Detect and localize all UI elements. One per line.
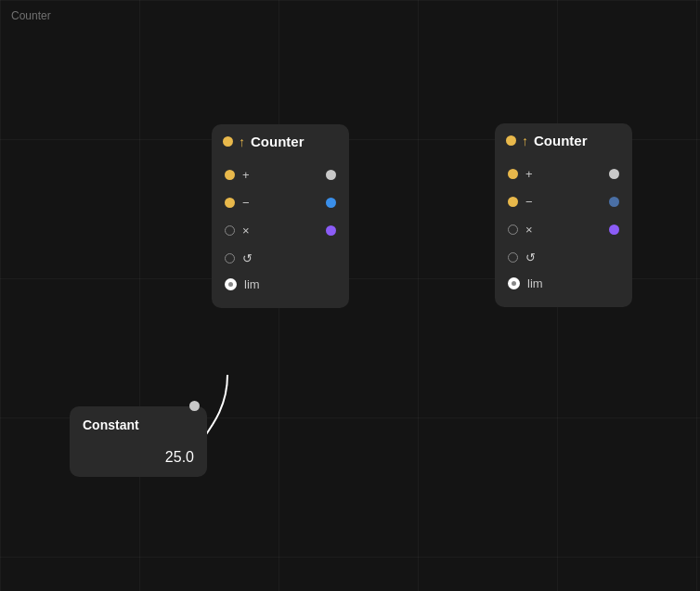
counter-node-1-title: Counter — [251, 134, 305, 149]
counter-node-2-row-minus: − — [495, 187, 632, 215]
lim-label-2: lim — [527, 276, 543, 290]
row-left-dot-reset-1[interactable] — [225, 253, 235, 263]
constant-output-dot[interactable] — [189, 401, 200, 411]
row-label-minus-2: − — [525, 195, 533, 209]
row-label-mult-2: × — [525, 223, 533, 237]
constant-node: Constant 25.0 — [70, 406, 207, 477]
counter-node-1: ↑ Counter + − × — [212, 124, 349, 308]
lim-dot-1[interactable] — [225, 278, 237, 290]
counter-node-1-header: ↑ Counter — [212, 124, 349, 157]
counter-node-2-row-plus: + — [495, 160, 632, 187]
counter-node-1-row-plus: + — [212, 161, 349, 188]
row-label-plus-2: + — [525, 167, 533, 181]
row-label-minus-1: − — [242, 196, 250, 210]
row-label-reset-1: ↺ — [242, 251, 253, 265]
counter-node-2-arrow: ↑ — [522, 134, 528, 148]
row-label-reset-2: ↺ — [525, 251, 536, 264]
row-right-dot-minus-2[interactable] — [609, 197, 619, 207]
counter-node-2-lim-row: lim — [495, 271, 632, 300]
row-left-dot-plus-1[interactable] — [225, 170, 235, 180]
counter-node-1-lim-row: lim — [212, 272, 349, 301]
corner-label: Counter — [11, 9, 51, 22]
row-label-mult-1: × — [242, 224, 250, 238]
lim-label-1: lim — [244, 277, 260, 291]
row-left-dot-minus-2[interactable] — [508, 197, 518, 207]
row-label-plus-1: + — [242, 168, 250, 182]
row-right-dot-plus-1[interactable] — [326, 170, 336, 180]
constant-node-title: Constant — [83, 418, 194, 432]
counter-node-2-title: Counter — [534, 133, 588, 148]
row-left-dot-mult-1[interactable] — [225, 225, 235, 236]
counter-node-2: ↑ Counter + − × — [495, 123, 632, 307]
row-left-dot-plus-2[interactable] — [508, 169, 518, 179]
counter-node-2-rows: + − × ↺ — [495, 156, 632, 307]
counter-node-1-row-minus: − — [212, 188, 349, 216]
counter-node-2-header-dot — [506, 135, 516, 146]
row-right-dot-plus-2[interactable] — [609, 169, 619, 179]
row-right-dot-mult-1[interactable] — [326, 225, 336, 236]
counter-node-2-header: ↑ Counter — [495, 123, 632, 156]
row-left-dot-mult-2[interactable] — [508, 225, 518, 235]
counter-node-2-row-mult: × — [495, 215, 632, 243]
counter-node-1-row-reset: ↺ — [212, 244, 349, 272]
counter-node-1-row-mult: × — [212, 216, 349, 244]
row-left-dot-reset-2[interactable] — [508, 252, 518, 263]
row-left-dot-minus-1[interactable] — [225, 198, 235, 208]
row-right-dot-mult-2[interactable] — [609, 225, 619, 235]
row-right-dot-minus-1[interactable] — [326, 198, 336, 208]
counter-node-1-arrow: ↑ — [239, 135, 245, 149]
lim-dot-2[interactable] — [508, 277, 520, 289]
constant-value: 25.0 — [83, 449, 194, 466]
counter-node-2-row-reset: ↺ — [495, 243, 632, 271]
counter-node-1-rows: + − × ↺ — [212, 157, 349, 308]
counter-node-1-header-dot — [223, 136, 233, 147]
